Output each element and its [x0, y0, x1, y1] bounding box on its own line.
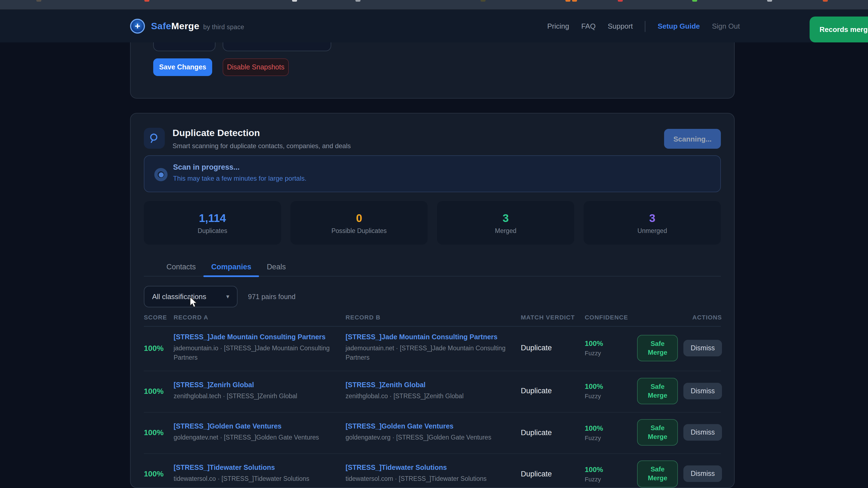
banner-title: Scan in progress... — [173, 163, 240, 171]
confidence-type: Fuzzy — [585, 393, 637, 399]
nav-link-setup-guide[interactable]: Setup Guide — [658, 22, 700, 30]
column-header-record-b: RECORD B — [345, 314, 521, 321]
tab-deals[interactable]: Deals — [259, 258, 293, 276]
actions-cell: Safe Merge Dismiss — [637, 419, 722, 446]
table-row: 100% [STRESS_]Zenirh Global zenithglobal… — [144, 371, 721, 413]
column-header-confidence: CONFIDENCE — [585, 314, 637, 321]
banner-subtitle: This may take a few minutes for large po… — [173, 174, 306, 182]
actions-cell: Safe Merge Dismiss — [637, 461, 722, 487]
classification-dropdown-value: All classifications — [152, 292, 226, 301]
scan-progress-banner: Scan in progress... This may take a few … — [144, 155, 721, 192]
record-b-link[interactable]: [STRESS_]Zenith Global — [345, 381, 509, 389]
record-b-link[interactable]: [STRESS_]Golden Gate Ventures — [345, 422, 509, 430]
dismiss-button[interactable]: Dismiss — [684, 424, 722, 441]
record-a-link[interactable]: [STRESS_]Jade Mountain Consulting Partne… — [174, 333, 334, 341]
column-header-score: SCORE — [144, 314, 174, 321]
tab-favicon — [292, 0, 297, 2]
section-title: Duplicate Detection — [173, 128, 721, 139]
table-row: 100% [STRESS_]Tidewater Solutions tidewa… — [144, 454, 721, 488]
records-merged-toast[interactable]: Records merged — [810, 17, 868, 42]
nav-link-pricing[interactable]: Pricing — [547, 22, 569, 30]
search-icon — [144, 128, 165, 149]
record-a-cell: [STRESS_]Jade Mountain Consulting Partne… — [174, 333, 345, 363]
confidence-value: 100% — [585, 465, 637, 474]
actions-cell: Safe Merge Dismiss — [637, 378, 722, 404]
tab-favicon — [767, 0, 772, 2]
safe-merge-button[interactable]: Safe Merge — [637, 461, 678, 487]
brand-name-merge: Merge — [171, 21, 199, 31]
record-a-link[interactable]: [STRESS_]Zenirh Global — [174, 381, 334, 389]
confidence-value: 100% — [585, 424, 637, 432]
confidence-cell: 100% Fuzzy — [585, 465, 637, 483]
nav-link-faq[interactable]: FAQ — [582, 22, 596, 30]
safemerge-logo-icon: + — [130, 19, 145, 34]
stat-card-duplicates: 1,114 Duplicates — [144, 201, 281, 245]
safe-merge-button[interactable]: Safe Merge — [637, 335, 678, 361]
match-verdict: Duplicate — [521, 470, 585, 478]
nav-link-sign-out[interactable]: Sign Out — [712, 22, 740, 30]
match-verdict: Duplicate — [521, 344, 585, 352]
classification-dropdown[interactable]: All classifications ▾ — [144, 286, 238, 307]
tab-companies[interactable]: Companies — [204, 258, 259, 276]
spinner-icon — [154, 168, 167, 181]
stat-value: 1,114 — [199, 212, 226, 224]
section-subtitle: Smart scanning for duplicate contacts, c… — [173, 142, 721, 150]
tab-favicon — [145, 0, 149, 2]
stat-card-merged: 3 Merged — [437, 201, 574, 245]
table-header-row: SCORE RECORD A RECORD B MATCH VERDICT CO… — [144, 314, 721, 327]
duplicate-detection-card: Duplicate Detection Smart scanning for d… — [130, 113, 735, 488]
dupe-header: Duplicate Detection Smart scanning for d… — [144, 113, 721, 147]
record-a-subtext: zenithglobal.tech · [STRESS_]Zenirh Glob… — [174, 391, 334, 401]
tab-favicon — [572, 0, 577, 2]
record-b-link[interactable]: [STRESS_]Jade Mountain Consulting Partne… — [345, 333, 509, 341]
save-changes-button[interactable]: Save Changes — [153, 58, 212, 76]
record-b-subtext: goldengatev.org · [STRESS_]Golden Gate V… — [345, 433, 509, 443]
nav-link-support[interactable]: Support — [608, 22, 633, 30]
confidence-cell: 100% Fuzzy — [585, 382, 637, 399]
chevron-down-icon: ▾ — [226, 293, 229, 300]
brand-text: SafeMerge by third space — [151, 21, 244, 32]
nav-links: Pricing FAQ Support Setup Guide Sign Out — [547, 10, 740, 42]
record-a-subtext: tidewatersol.co · [STRESS_]Tidewater Sol… — [174, 475, 334, 484]
safe-merge-button[interactable]: Safe Merge — [637, 419, 678, 446]
brand[interactable]: + SafeMerge by third space — [130, 10, 244, 42]
tab-favicon — [36, 0, 41, 2]
confidence-value: 100% — [585, 382, 637, 391]
record-a-link[interactable]: [STRESS_]Golden Gate Ventures — [174, 422, 334, 430]
record-a-cell: [STRESS_]Golden Gate Ventures goldengate… — [174, 422, 345, 443]
table-row: 100% [STRESS_]Jade Mountain Consulting P… — [144, 327, 721, 371]
safe-merge-button[interactable]: Safe Merge — [637, 378, 678, 404]
record-b-cell: [STRESS_]Tidewater Solutions tidewaterso… — [345, 464, 521, 484]
duplicates-table: SCORE RECORD A RECORD B MATCH VERDICT CO… — [144, 314, 721, 488]
table-row: 100% [STRESS_]Golden Gate Ventures golde… — [144, 413, 721, 454]
stat-label: Merged — [495, 227, 517, 234]
score-value: 100% — [144, 428, 174, 437]
dismiss-button[interactable]: Dismiss — [684, 466, 722, 482]
match-verdict: Duplicate — [521, 387, 585, 395]
brand-name-safe: Safe — [151, 21, 171, 31]
record-b-subtext: jademountain.net · [STRESS_]Jade Mountai… — [345, 344, 509, 363]
dismiss-button[interactable]: Dismiss — [684, 340, 722, 356]
stats-row: 1,114 Duplicates 0 Possible Duplicates 3… — [144, 201, 721, 245]
filter-row: All classifications ▾ 971 pairs found — [144, 286, 721, 307]
score-value: 100% — [144, 344, 174, 353]
dismiss-button[interactable]: Dismiss — [684, 383, 722, 399]
record-a-link[interactable]: [STRESS_]Tidewater Solutions — [174, 464, 334, 472]
record-b-subtext: tidewatersol.com · [STRESS_]Tidewater So… — [345, 475, 509, 484]
column-header-record-a: RECORD A — [174, 314, 345, 321]
record-b-cell: [STRESS_]Zenith Global zenithglobal.co ·… — [345, 381, 521, 401]
confidence-cell: 100% Fuzzy — [585, 339, 637, 357]
record-a-subtext: goldengatev.net · [STRESS_]Golden Gate V… — [174, 433, 334, 443]
record-a-cell: [STRESS_]Zenirh Global zenithglobal.tech… — [174, 381, 345, 401]
stat-value: 3 — [503, 212, 509, 224]
tab-favicon — [355, 0, 361, 2]
tab-contacts[interactable]: Contacts — [159, 258, 204, 276]
pairs-found-count: 971 pairs found — [248, 293, 296, 300]
confidence-type: Fuzzy — [585, 476, 637, 483]
disable-snapshots-button[interactable]: Disable Snapshots — [223, 58, 289, 76]
record-a-subtext: jademountain.io · [STRESS_]Jade Mountain… — [174, 344, 334, 363]
scanning-button[interactable]: Scanning... — [664, 129, 721, 149]
column-header-actions: ACTIONS — [637, 314, 722, 321]
browser-tab-strip — [0, 0, 868, 10]
record-b-link[interactable]: [STRESS_]Tidewater Solutions — [345, 464, 509, 472]
